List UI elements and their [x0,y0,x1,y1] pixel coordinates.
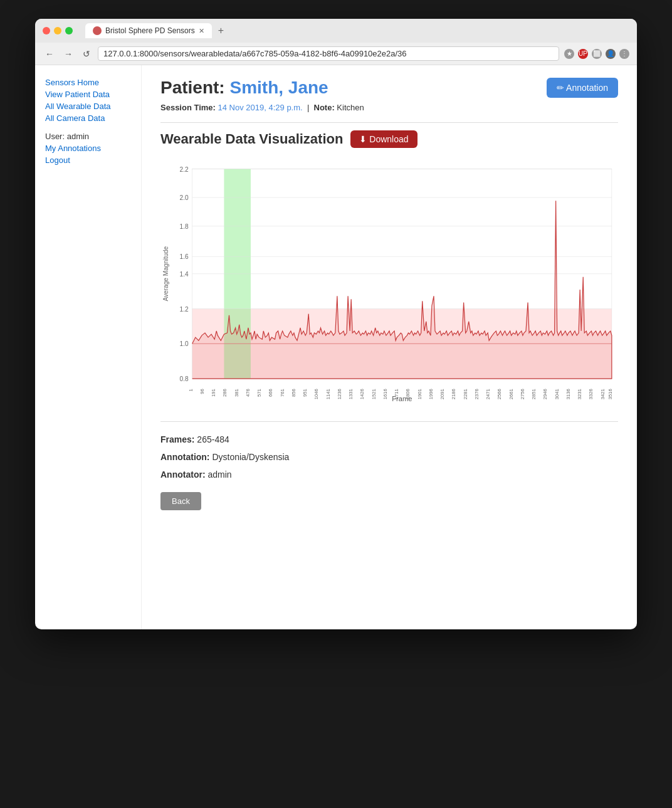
new-tab-button[interactable]: + [213,25,229,36]
svg-text:1616: 1616 [382,389,388,399]
back-nav-button[interactable]: ← [43,48,56,60]
annotator-value: admin [207,470,231,480]
svg-text:1.2: 1.2 [180,306,189,313]
sensors-home-link[interactable]: Sensors Home [45,78,131,87]
address-bar: ← → ↺ ★ UP ⬜ 👤 ⋮ [35,43,637,65]
svg-text:951: 951 [302,389,308,397]
frames-label: Frames: [160,434,194,444]
svg-text:1046: 1046 [313,389,319,399]
annotation-section: Frames: 265-484 Annotation: Dystonia/Dys… [160,421,618,510]
svg-text:96: 96 [199,389,205,394]
tab-close-button[interactable]: ✕ [199,27,204,35]
svg-text:0.8: 0.8 [180,375,189,382]
svg-text:1141: 1141 [325,389,331,399]
menu-icon[interactable]: ⋮ [619,49,629,59]
svg-text:3421: 3421 [600,389,606,399]
svg-text:Average Magnitude: Average Magnitude [162,246,169,302]
note-value: Kitchen [337,103,364,112]
viz-header: Wearable Data Visualization ⬇ Download [160,130,618,148]
url-input[interactable] [98,46,559,61]
tab-title: Bristol Sphere PD Sensors [105,26,195,35]
svg-text:856: 856 [291,389,297,397]
back-button[interactable]: Back [160,492,201,510]
svg-text:2756: 2756 [520,389,525,399]
svg-text:286: 286 [222,389,228,397]
svg-text:3136: 3136 [565,389,571,399]
sidebar-nav-links: Sensors Home View Patient Data All Weara… [45,78,131,123]
svg-text:2281: 2281 [463,389,468,399]
svg-text:3041: 3041 [554,389,560,399]
page-content: Sensors Home View Patient Data All Weara… [35,65,637,629]
svg-text:476: 476 [245,389,251,397]
all-wearable-data-link[interactable]: All Wearable Data [45,102,131,111]
note-label: Note: [314,103,335,112]
svg-text:1.4: 1.4 [180,271,189,278]
view-patient-data-link[interactable]: View Patient Data [45,90,131,99]
logout-link[interactable]: Logout [45,155,131,165]
annotator-row: Annotator: admin [160,470,618,480]
close-dot[interactable] [43,27,50,34]
session-label: Session Time: [160,103,216,112]
patient-name: Smith, Jane [229,78,328,97]
svg-text:1.0: 1.0 [180,340,189,347]
all-camera-data-link[interactable]: All Camera Data [45,113,131,123]
address-bar-icons: ★ UP ⬜ 👤 ⋮ [564,49,629,59]
my-annotations-link[interactable]: My Annotations [45,144,131,153]
session-time: 14 Nov 2019, 4:29 p.m. [218,103,303,112]
svg-text:2661: 2661 [508,389,514,399]
svg-text:3231: 3231 [577,389,582,399]
bookmark-icon[interactable]: ★ [564,49,574,59]
svg-text:2566: 2566 [496,389,502,399]
chart-container: 2.2 2.0 1.8 1.6 1.4 1.2 1.0 0.8 Average [160,158,618,409]
patient-header: Patient: Smith, Jane ✏ Annotation [160,78,618,98]
tab-bar: Bristol Sphere PD Sensors ✕ + [85,23,629,38]
download-button[interactable]: ⬇ Download [350,130,417,148]
forward-nav-button[interactable]: → [61,48,75,60]
patient-title-prefix: Patient: [160,78,229,97]
svg-text:1901: 1901 [417,389,423,399]
annotation-button[interactable]: ✏ Annotation [547,78,618,98]
svg-text:1521: 1521 [371,389,377,399]
svg-text:1236: 1236 [337,389,342,399]
svg-text:1: 1 [188,389,194,391]
maximize-dot[interactable] [65,27,73,34]
annotation-label: Annotation: [160,452,210,462]
extension-icon[interactable]: UP [578,49,588,59]
sidebar-user-label: User: admin [45,132,131,141]
tab-favicon [93,26,102,35]
svg-text:571: 571 [256,389,262,397]
title-bar: Bristol Sphere PD Sensors ✕ + [35,19,637,43]
svg-text:3516: 3516 [607,389,613,399]
svg-text:1.6: 1.6 [180,253,189,260]
svg-text:2.0: 2.0 [180,194,189,201]
annotation-value: Dystonia/Dyskensia [212,452,289,462]
svg-text:761: 761 [280,389,285,397]
profile-icon[interactable]: 👤 [606,49,616,59]
minimize-dot[interactable] [54,27,61,34]
svg-text:381: 381 [234,389,239,397]
chart-svg: 2.2 2.0 1.8 1.6 1.4 1.2 1.0 0.8 Average [160,158,618,409]
svg-text:Frame: Frame [392,395,412,402]
patient-title: Patient: Smith, Jane [160,78,328,98]
active-tab[interactable]: Bristol Sphere PD Sensors ✕ [85,23,212,38]
traffic-lights [43,27,73,34]
svg-text:2471: 2471 [485,389,491,399]
svg-text:2186: 2186 [451,389,456,399]
refresh-button[interactable]: ↺ [80,48,93,60]
svg-text:666: 666 [268,389,273,397]
svg-text:2851: 2851 [531,389,537,399]
session-info: Session Time: 14 Nov 2019, 4:29 p.m. | N… [160,103,618,112]
svg-text:2091: 2091 [439,389,445,399]
header-divider [160,122,618,123]
window-icon[interactable]: ⬜ [592,49,602,59]
sidebar: Sensors Home View Patient Data All Weara… [35,65,142,629]
svg-text:1331: 1331 [348,389,354,399]
svg-text:191: 191 [211,389,216,397]
frames-value: 265-484 [197,434,229,444]
svg-text:3326: 3326 [588,389,594,399]
svg-text:2376: 2376 [474,389,480,399]
svg-text:1.8: 1.8 [180,223,189,230]
viz-title: Wearable Data Visualization [160,131,343,147]
annotator-label: Annotator: [160,470,206,480]
svg-text:1426: 1426 [359,389,365,399]
